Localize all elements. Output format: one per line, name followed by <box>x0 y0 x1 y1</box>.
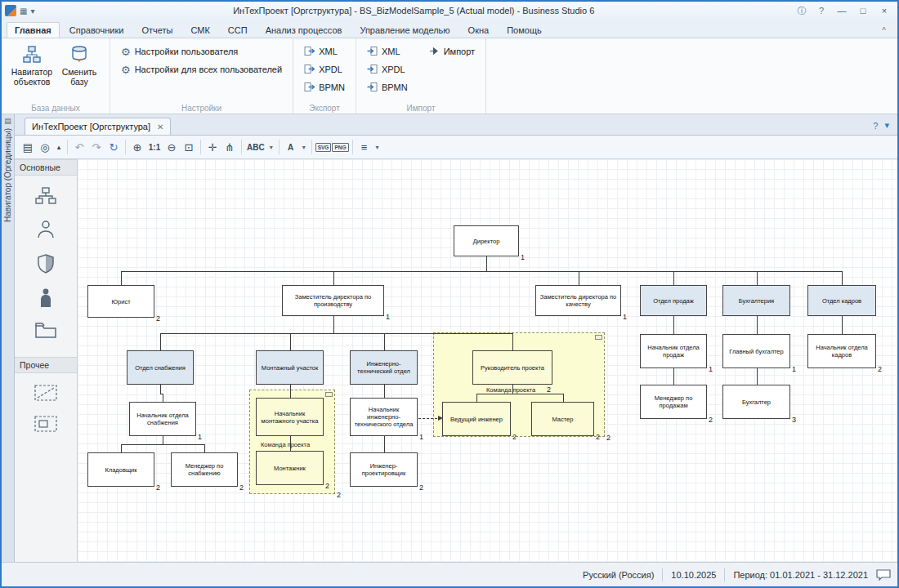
org-node-lead-engineer[interactable]: Ведущий инженер <box>442 402 511 436</box>
org-node-supply-manager[interactable]: Менеджер по снабжению <box>171 452 238 487</box>
group-collapse-icon[interactable] <box>325 392 333 397</box>
import-xpdl-button[interactable]: XPDL <box>363 61 412 78</box>
pan-icon[interactable]: ✛ <box>204 138 221 156</box>
tab-analiz-processov[interactable]: Анализ процессов <box>257 22 351 38</box>
navigator-window-icon: ▤ <box>4 117 11 125</box>
redo-icon[interactable]: ↷ <box>88 138 105 156</box>
group-collapse-icon[interactable] <box>595 335 602 340</box>
org-node-master[interactable]: Мастер <box>531 402 594 436</box>
tab-ssp[interactable]: ССП <box>220 22 256 38</box>
org-node-director[interactable]: Директор <box>454 225 519 256</box>
org-node-montage-head[interactable]: Начальник монтажного участка <box>256 398 324 436</box>
import-bpmn-button[interactable]: BPMN <box>363 79 412 96</box>
font-icon[interactable]: A <box>283 138 299 156</box>
zoom-out-icon[interactable]: ⊖ <box>163 138 180 156</box>
zoom-in-icon[interactable]: ⊕ <box>129 138 145 156</box>
maximize-button[interactable]: □ <box>853 3 873 18</box>
person-shape-icon[interactable] <box>37 220 55 243</box>
org-node-storekeeper[interactable]: Кладовщик <box>87 452 154 487</box>
export-xpdl-label: XPDL <box>319 65 342 74</box>
font-dropdown-icon[interactable]: ▾ <box>300 138 308 156</box>
user-settings-button[interactable]: ⚙ Настройки пользователя <box>117 43 286 60</box>
org-node-deputy-prod[interactable]: Заместитель директора по производству <box>282 285 384 316</box>
import-button[interactable]: Импорт <box>425 43 479 60</box>
navigator-objects-button[interactable]: Навигатор объектов <box>8 41 56 101</box>
org-node-eng-dept[interactable]: Инженерно-технический отдел <box>350 350 418 385</box>
layout-tree-icon[interactable]: ⋔ <box>221 138 238 156</box>
navigator-panel-collapsed[interactable]: ▤ Навигатор (Оргединицы) <box>2 114 15 562</box>
tab-list-dropdown-icon[interactable]: ▾ <box>884 120 889 131</box>
org-node-sales-dept[interactable]: Отдел продаж <box>640 285 707 316</box>
org-node-hr-head[interactable]: Начальник отдела кадров <box>807 334 876 368</box>
palette-section-main[interactable]: Основные <box>15 159 77 176</box>
org-node-count: 3 <box>792 416 796 424</box>
export-xpdl-button[interactable]: XPDL <box>300 61 349 78</box>
group-label-project-team-2: Команда проекта <box>261 441 310 448</box>
save-png-icon[interactable]: PNG <box>332 143 348 152</box>
tab-okna[interactable]: Окна <box>460 22 498 38</box>
menu-dropdown-icon[interactable]: ▾ <box>373 138 382 156</box>
save-svg-icon[interactable]: SVG <box>315 143 332 152</box>
document-tab[interactable]: ИнТехПроект [Оргструктура] ✕ <box>25 118 171 135</box>
close-button[interactable]: × <box>874 3 894 18</box>
change-database-button[interactable]: Сменить базу <box>56 41 103 101</box>
org-node-accounting-dept[interactable]: Бухгалтерия <box>722 285 790 316</box>
org-node-eng-designer[interactable]: Инженер-проектировщик <box>350 452 418 487</box>
org-node-project-manager[interactable]: Руководитель проекта <box>472 350 552 385</box>
diagram-canvas[interactable]: 22Команда проекта2Команда проектаДиректо… <box>78 159 897 562</box>
frame-shape-icon[interactable] <box>34 385 57 404</box>
menu-icon[interactable]: ≡ <box>356 138 373 156</box>
fit-to-screen-icon[interactable]: ⊡ <box>181 138 197 156</box>
export-bpmn-button[interactable]: BPMN <box>300 79 349 96</box>
tab-otchety[interactable]: Отчеты <box>133 22 181 38</box>
help-icon[interactable]: ? <box>812 6 830 16</box>
role-shape-icon[interactable] <box>38 254 54 277</box>
org-node-montage-unit[interactable]: Монтажный участок <box>256 350 324 385</box>
support-icon[interactable]: ⓘ <box>793 5 811 17</box>
quick-access-icon[interactable]: ▦ <box>20 7 27 16</box>
org-node-label: Начальник отдела кадров <box>810 344 874 359</box>
spell-check-icon[interactable]: ABC <box>245 138 266 156</box>
tab-upravlenie-modelyu[interactable]: Управление моделью <box>351 22 458 38</box>
import-xml-button[interactable]: XML <box>363 43 412 60</box>
org-node-deputy-quality[interactable]: Заместитель директора по качеству <box>535 285 621 316</box>
org-node-supply-head[interactable]: Начальник отдела снабжения <box>129 402 196 436</box>
connector-line <box>512 394 564 394</box>
status-period[interactable]: Период: 01.01.2021 - 31.12.2021 <box>733 570 868 580</box>
zoom-one-to-one-icon[interactable]: 1:1 <box>146 138 163 156</box>
org-node-lawyer[interactable]: Юрист <box>87 285 154 318</box>
org-node-supply-dept[interactable]: Отдел снабжения <box>127 350 194 385</box>
tab-smk[interactable]: СМК <box>182 22 217 38</box>
org-node-montage-worker[interactable]: Монтажник <box>256 451 324 485</box>
org-node-sales-manager[interactable]: Менеджер по продажам <box>640 385 707 419</box>
export-xml-button[interactable]: XML <box>300 43 349 60</box>
comments-icon[interactable] <box>876 569 891 581</box>
org-node-hr-dept[interactable]: Отдел кадров <box>807 285 876 316</box>
tab-spravochniki[interactable]: Справочники <box>61 22 132 38</box>
minimize-button[interactable]: — <box>832 3 852 18</box>
all-users-settings-button[interactable]: ⚙ Настройки для всех пользователей <box>117 61 286 78</box>
collapse-panel-icon[interactable]: ▴ <box>54 138 64 156</box>
org-node-accountant[interactable]: Бухгалтер <box>722 385 790 419</box>
status-language[interactable]: Русский (Россия) <box>583 570 654 580</box>
palette-section-other[interactable]: Прочее <box>15 357 77 373</box>
folder-shape-icon[interactable] <box>35 323 56 342</box>
properties-icon[interactable]: ▤ <box>20 138 36 156</box>
status-date[interactable]: 10.10.2025 <box>671 570 716 580</box>
refresh-icon[interactable]: ↻ <box>105 138 122 156</box>
find-object-icon[interactable]: ◎ <box>37 138 53 156</box>
document-tab-bar: ИнТехПроект [Оргструктура] ✕ ? ▾ <box>15 114 897 136</box>
ribbon-collapse-icon[interactable]: ^ <box>875 24 892 38</box>
org-node-sales-head[interactable]: Начальник отдела продаж <box>640 334 707 368</box>
org-unit-shape-icon[interactable] <box>35 187 56 208</box>
undo-icon[interactable]: ↶ <box>71 138 87 156</box>
document-help-icon[interactable]: ? <box>873 121 878 131</box>
position-shape-icon[interactable] <box>39 288 52 311</box>
org-node-eng-head[interactable]: Начальник инженерно-технического отдела <box>350 398 418 436</box>
group-shape-icon[interactable] <box>34 416 57 435</box>
org-node-chief-accountant[interactable]: Главный бухгалтер <box>722 334 790 368</box>
tab-pomosch[interactable]: Помощь <box>499 22 550 38</box>
tab-glavnaya[interactable]: Главная <box>7 22 60 38</box>
spell-check-dropdown-icon[interactable]: ▾ <box>267 138 275 156</box>
tab-close-icon[interactable]: ✕ <box>157 122 163 131</box>
